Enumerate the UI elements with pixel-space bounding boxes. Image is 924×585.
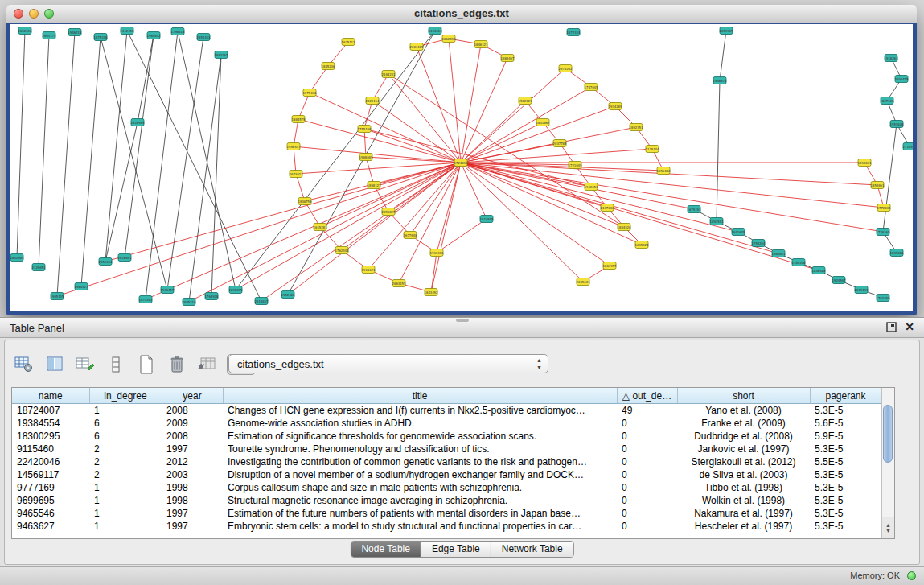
graph-node-teal[interactable]: 2110453 [903,143,913,150]
graph-edge[interactable] [461,101,525,163]
graph-edge[interactable] [17,31,25,257]
graph-node-yellow[interactable]: 1804575 [292,116,306,123]
graph-node-yellow[interactable]: 1993316 [430,249,444,257]
graph-edge[interactable] [296,174,305,201]
graph-node-yellow[interactable]: 1854520 [618,224,631,231]
graph-node-teal[interactable]: 2085316 [183,299,196,306]
graph-node-yellow[interactable]: 1724096 [454,159,468,167]
graph-edge[interactable] [461,44,481,163]
graph-node-yellow[interactable]: 1593841 [858,159,872,167]
graph-edge[interactable] [461,149,652,163]
graph-edge[interactable] [57,163,461,296]
scrollbar-arrows[interactable]: ▲▼ [882,517,894,538]
graph-edge[interactable] [399,163,461,283]
graph-edge[interactable] [294,146,296,174]
graph-node-yellow[interactable]: 1885236 [322,63,335,70]
graph-node-teal[interactable]: 2045193 [855,286,869,294]
graph-node-yellow[interactable]: 1912653 [585,183,598,191]
graph-edge[interactable] [461,163,610,266]
graph-node-yellow[interactable]: 2073262 [559,65,573,72]
graph-node-yellow[interactable]: 1831667 [536,119,550,126]
graph-edge[interactable] [298,119,461,163]
graph-node-teal[interactable]: 1875330 [94,34,108,41]
graph-node-yellow[interactable]: 1853061 [871,182,885,189]
table-row[interactable]: 2242004622012Investigating the contribut… [12,455,881,468]
graph-edge[interactable] [105,31,127,262]
column-header-5[interactable]: short [677,388,810,404]
table-row[interactable]: 1830029562008Estimation of significance … [12,430,881,443]
graph-node-yellow[interactable]: 1898127 [368,182,381,189]
graph-node-teal[interactable]: 2036475 [895,76,909,83]
float-panel-icon[interactable] [886,322,897,332]
graph-node-yellow[interactable]: 1625113 [342,39,355,46]
graph-edge[interactable] [294,146,461,163]
graph-node-teal[interactable]: 2616959 [131,119,145,126]
import-table-icon[interactable] [196,354,219,375]
graph-node-yellow[interactable]: 1772035 [877,204,891,212]
graph-node-teal[interactable]: 2120651 [32,264,46,271]
graph-node-teal[interactable]: 1984651 [772,250,786,257]
graph-node-teal[interactable]: 8134304 [429,27,442,35]
network-graph[interactable]: 1724096162511318852361275448180457519565… [10,24,913,311]
graph-node-yellow[interactable]: 2104231 [382,71,396,78]
graph-node-teal[interactable]: 2051634 [99,258,113,266]
splitter-handle[interactable] [456,319,469,322]
graph-node-yellow[interactable]: 2059827 [382,208,396,216]
tab-edge-table[interactable]: Edge Table [421,542,491,557]
graph-node-yellow[interactable]: 1755108 [358,126,372,133]
graph-edge[interactable] [372,74,388,101]
graph-node-yellow[interactable]: 1615283 [314,224,327,231]
graph-node-yellow[interactable]: 2204185 [410,43,424,51]
graph-edge[interactable] [461,68,565,163]
graph-edge[interactable] [461,163,583,282]
graph-edge[interactable] [261,163,461,301]
network-canvas[interactable]: 1724096162511318852361275448180457519565… [10,24,913,311]
graph-node-teal[interactable]: 1832605 [10,254,24,262]
graph-edge[interactable] [105,122,138,262]
graph-node-teal[interactable]: 1679193 [688,206,701,213]
graph-node-teal[interactable]: 1918264 [885,55,898,62]
graph-edge[interactable] [388,74,624,227]
table-mode-icon[interactable] [13,354,35,375]
graph-node-teal[interactable]: 1764928 [205,293,219,300]
graph-node-teal[interactable]: 1836920 [812,267,826,274]
graph-node-yellow[interactable]: 2063155 [392,280,406,287]
graph-node-teal[interactable]: 1930457 [161,286,175,294]
graph-node-teal[interactable]: 2014637 [255,298,269,305]
column-header-6[interactable]: pagerank [810,388,881,404]
graph-edge[interactable] [461,122,543,163]
graph-node-yellow[interactable]: 1275448 [303,89,317,97]
column-header-1[interactable]: in_degree [89,388,162,404]
graph-node-yellow[interactable]: 1747045 [585,84,598,91]
graph-edge[interactable] [388,74,461,163]
graph-node-teal[interactable]: 1953628 [890,121,904,128]
table-row[interactable]: 1872400712008Changes of HCN gene express… [12,404,881,418]
graph-edge[interactable] [57,32,75,296]
graph-edge[interactable] [298,93,310,119]
graph-node-teal[interactable]: 1814845 [480,216,494,223]
create-table-icon[interactable] [135,354,158,375]
graph-node-teal[interactable]: 1946215 [68,29,82,36]
graph-node-yellow[interactable]: 2035641 [577,278,590,286]
graph-edge[interactable] [296,163,461,174]
graph-node-yellow[interactable]: 1980467 [501,55,515,62]
graph-node-teal[interactable]: 2105348 [792,259,806,266]
graph-node-teal[interactable]: 2054183 [197,34,211,41]
graph-edge[interactable] [105,163,461,262]
column-header-2[interactable]: year [162,388,223,404]
vertical-scrollbar[interactable]: ▲▼ [881,388,894,538]
graph-edge[interactable] [39,35,49,267]
graph-edge[interactable] [189,163,461,302]
column-header-4[interactable]: △ out_de… [617,388,677,404]
table-row[interactable]: 1938455462009Genome-wide association stu… [12,417,881,430]
graph-node-teal[interactable]: 1827340 [881,97,894,105]
graph-edge[interactable] [461,163,884,208]
show-columns-icon[interactable] [43,354,66,375]
graph-node-yellow[interactable]: 1956480 [657,167,671,175]
row-selector-icon[interactable] [105,354,127,375]
graph-edge[interactable] [461,163,738,232]
graph-node-yellow[interactable]: 2137630 [601,204,614,212]
graph-node-teal[interactable]: 2003174 [43,32,56,39]
graph-node-teal[interactable]: 2051947 [720,27,733,35]
graph-edge[interactable] [461,127,636,163]
